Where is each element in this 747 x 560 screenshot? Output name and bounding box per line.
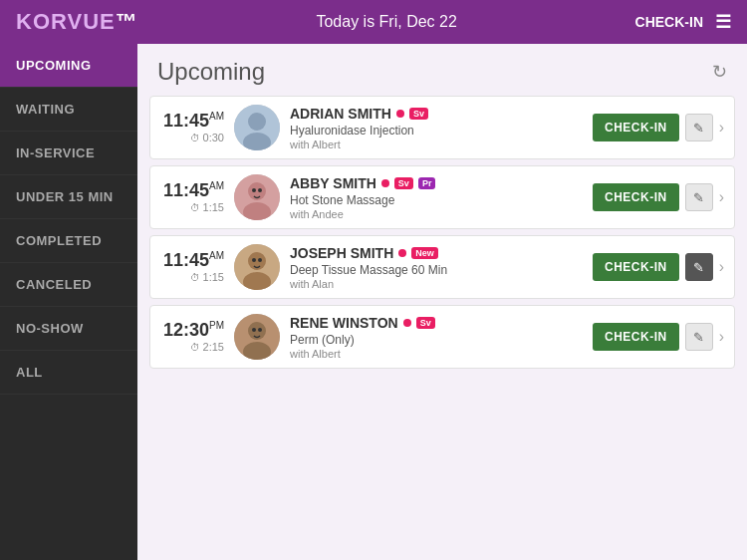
svg-point-7 <box>258 188 262 192</box>
edit-button-2[interactable]: ✎ <box>685 183 713 211</box>
logo-vue: VUE <box>68 9 116 34</box>
appt-name-1: ADRIAN SMITH <box>290 106 391 122</box>
edit-button-1[interactable]: ✎ <box>685 114 713 141</box>
appt-service-1: Hyaluronidase Injection <box>290 124 583 138</box>
refresh-icon[interactable]: ↻ <box>712 61 727 83</box>
hamburger-icon[interactable]: ☰ <box>715 11 731 33</box>
badge-sv: Sv <box>394 177 413 189</box>
sidebar-item-waiting[interactable]: WAITING <box>0 88 137 132</box>
header-actions: CHECK-IN ☰ <box>635 11 731 33</box>
chevron-right-icon-2[interactable]: › <box>719 188 724 206</box>
content-area: Upcoming ↻ 11:45AM ⏱ 0:30 <box>137 44 747 560</box>
appt-with-4: with Albert <box>290 348 583 360</box>
avatar-3 <box>234 244 280 290</box>
avatar-4 <box>234 314 280 360</box>
appt-info-2: ABBY SMITH Sv Pr Hot Stone Massage with … <box>290 175 583 220</box>
sidebar-item-in-service[interactable]: IN-SERVICE <box>0 132 137 175</box>
dot-indicator <box>396 110 404 118</box>
chevron-right-icon-1[interactable]: › <box>719 119 724 137</box>
appt-info-3: JOSEPH SMITH New Deep Tissue Massage 60 … <box>290 245 583 290</box>
sidebar: UPCOMING WAITING IN-SERVICE UNDER 15 MIN… <box>0 44 137 560</box>
duration-icon: ⏱ <box>190 272 200 283</box>
appointment-row: 11:45AM ⏱ 1:15 <box>149 165 735 229</box>
appt-info-4: RENE WINSTON Sv Perm (Only) with Albert <box>290 315 583 360</box>
appt-name-2: ABBY SMITH <box>290 175 376 191</box>
chevron-right-icon-3[interactable]: › <box>719 258 724 276</box>
appt-service-3: Deep Tissue Massage 60 Min <box>290 263 583 277</box>
checkin-button-3[interactable]: CHECK-IN <box>593 253 679 281</box>
dot-indicator <box>403 319 411 327</box>
sidebar-item-completed[interactable]: COMPLETED <box>0 219 137 263</box>
header: KORVUE™ Today is Fri, Dec 22 CHECK-IN ☰ <box>0 0 747 44</box>
svg-point-17 <box>258 328 262 332</box>
checkin-button-1[interactable]: CHECK-IN <box>593 114 679 141</box>
appt-actions-1: CHECK-IN ✎ › <box>593 114 724 141</box>
appt-name-3: JOSEPH SMITH <box>290 245 393 261</box>
appt-with-3: with Alan <box>290 278 583 290</box>
appt-time-4: 12:30PM ⏱ 2:15 <box>160 321 224 353</box>
chevron-right-icon-4[interactable]: › <box>719 328 724 346</box>
appt-with-1: with Albert <box>290 139 583 150</box>
appointment-row: 11:45AM ⏱ 0:30 ADRIAN SMITH <box>149 96 735 159</box>
svg-point-12 <box>258 258 262 262</box>
appt-actions-3: CHECK-IN ✎ › <box>593 253 724 281</box>
content-title: Upcoming <box>157 58 265 86</box>
sidebar-item-no-show[interactable]: NO-SHOW <box>0 307 137 351</box>
content-header: Upcoming ↻ <box>137 44 747 96</box>
edit-button-3[interactable]: ✎ <box>685 253 713 281</box>
badge-new: New <box>411 247 438 259</box>
appt-time-3: 11:45AM ⏱ 1:15 <box>160 251 224 283</box>
avatar-1 <box>234 105 280 150</box>
appointment-list: 11:45AM ⏱ 0:30 ADRIAN SMITH <box>137 96 747 375</box>
logo: KORVUE™ <box>16 9 138 35</box>
appt-service-2: Hot Stone Massage <box>290 193 583 207</box>
appt-time-2: 11:45AM ⏱ 1:15 <box>160 181 224 213</box>
appt-actions-4: CHECK-IN ✎ › <box>593 323 724 351</box>
header-date: Today is Fri, Dec 22 <box>316 13 456 31</box>
edit-button-4[interactable]: ✎ <box>685 323 713 351</box>
checkin-button-2[interactable]: CHECK-IN <box>593 183 679 211</box>
duration-icon: ⏱ <box>190 342 200 353</box>
appointment-row: 12:30PM ⏱ 2:15 <box>149 305 735 369</box>
appt-with-2: with Andee <box>290 208 583 220</box>
dot-indicator <box>381 179 389 187</box>
dot-indicator <box>398 249 406 257</box>
appt-info-1: ADRIAN SMITH Sv Hyaluronidase Injection … <box>290 106 583 150</box>
duration-icon: ⏱ <box>190 202 200 213</box>
appointment-row: 11:45AM ⏱ 1:15 <box>149 235 735 299</box>
badge-sv: Sv <box>409 108 428 120</box>
duration-icon: ⏱ <box>190 133 200 143</box>
checkin-button-4[interactable]: CHECK-IN <box>593 323 679 351</box>
avatar-2 <box>234 174 280 220</box>
svg-point-6 <box>252 188 256 192</box>
appt-actions-2: CHECK-IN ✎ › <box>593 183 724 211</box>
badge-pr: Pr <box>418 177 436 189</box>
svg-point-16 <box>252 328 256 332</box>
main-layout: UPCOMING WAITING IN-SERVICE UNDER 15 MIN… <box>0 44 747 560</box>
appt-service-4: Perm (Only) <box>290 333 583 347</box>
sidebar-item-all[interactable]: ALL <box>0 351 137 395</box>
appt-time-1: 11:45AM ⏱ 0:30 <box>160 112 224 143</box>
logo-kor: KOR <box>16 9 68 34</box>
checkin-label: CHECK-IN <box>635 14 703 30</box>
badge-sv: Sv <box>416 317 435 329</box>
appt-name-4: RENE WINSTON <box>290 315 398 331</box>
sidebar-item-canceled[interactable]: CANCELED <box>0 263 137 307</box>
svg-point-1 <box>248 113 266 131</box>
sidebar-item-under15[interactable]: UNDER 15 MIN <box>0 175 137 219</box>
svg-point-11 <box>252 258 256 262</box>
sidebar-item-upcoming[interactable]: UPCOMING <box>0 44 137 88</box>
